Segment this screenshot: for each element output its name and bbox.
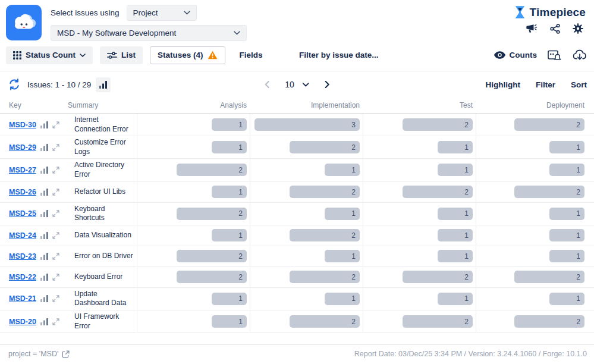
issue-chart-button[interactable] [40, 144, 48, 151]
issue-expand-button[interactable] [52, 144, 59, 151]
status-count-bar: 2 [290, 186, 360, 198]
issues-count-label: Issues: 1 - 10 / 29 [27, 80, 91, 89]
issue-key-link[interactable]: MSD-21 [9, 294, 36, 303]
issue-chart-button[interactable] [40, 189, 48, 196]
table-actions: Highlight Filter Sort [486, 80, 587, 89]
list-button[interactable]: List [100, 46, 143, 64]
status-count-value: 2 [351, 231, 360, 240]
settings-button[interactable] [571, 22, 584, 35]
project-dropdown[interactable]: MSD - My Software Development [51, 25, 247, 41]
issue-expand-button[interactable] [52, 189, 59, 196]
summary-cell: Update Dashboard Data [67, 288, 137, 310]
expand-icon [52, 232, 59, 239]
status-count-cell: 2 [363, 267, 476, 287]
issue-key-link[interactable]: MSD-25 [9, 209, 36, 218]
status-count-bar: 1 [438, 229, 473, 241]
status-count-value: 1 [351, 166, 360, 174]
issue-chart-button[interactable] [40, 167, 48, 174]
issue-key-link[interactable]: MSD-29 [9, 143, 36, 152]
highlight-button[interactable]: Highlight [486, 80, 520, 89]
bar-chart-icon [40, 144, 48, 151]
issue-chart-button[interactable] [40, 274, 48, 281]
issue-key-link[interactable]: MSD-23 [9, 252, 36, 261]
status-count-value: 1 [238, 318, 247, 326]
select-issues-row: Select issues using Project [51, 5, 247, 21]
issue-chart-button[interactable] [40, 210, 48, 217]
bar-chart-icon [40, 274, 48, 281]
status-count-value: 1 [351, 209, 360, 218]
prev-page-button[interactable] [263, 80, 271, 89]
issue-key-link[interactable]: MSD-24 [9, 231, 36, 240]
status-count-value: 1 [238, 188, 247, 196]
next-page-button[interactable] [323, 80, 331, 89]
status-count-bar: 1 [438, 250, 473, 262]
status-count-value: 1 [576, 143, 584, 152]
issue-expand-button[interactable] [52, 232, 59, 239]
issue-key-link[interactable]: MSD-30 [9, 121, 36, 129]
status-count-bar: 1 [212, 118, 247, 131]
status-count-cell: 2 [137, 246, 250, 266]
external-link-icon[interactable] [62, 350, 70, 358]
table-row: MSD-25Keyboard Shortcuts2111 [0, 203, 594, 225]
status-count-bar: 1 [438, 293, 473, 305]
issue-chart-button[interactable] [40, 295, 48, 302]
issue-expand-button[interactable] [52, 253, 59, 260]
fields-label: Fields [240, 51, 263, 59]
view-type-button[interactable]: Status Count [6, 46, 93, 64]
key-cell: MSD-20 [0, 310, 67, 332]
statuses-button[interactable]: Statuses (4) [150, 46, 225, 64]
status-count-cell: 2 [476, 310, 594, 332]
issue-expand-button[interactable] [52, 210, 59, 217]
report-subscription-button[interactable] [546, 48, 562, 62]
pagination: 10 [263, 80, 331, 89]
status-count-value: 1 [464, 209, 473, 218]
status-count-value: 2 [238, 209, 247, 218]
status-count-bar: 2 [403, 118, 473, 131]
issue-expand-button[interactable] [52, 295, 59, 302]
filter-button[interactable]: Filter [536, 80, 555, 89]
chevron-down-icon [303, 83, 309, 87]
refresh-button[interactable] [7, 77, 21, 92]
summary-cell: Internet Connection Error [67, 114, 137, 136]
issue-chart-button[interactable] [40, 318, 48, 325]
expand-icon [52, 121, 59, 128]
status-count-bar: 1 [438, 208, 473, 220]
issue-expand-button[interactable] [52, 318, 59, 325]
issue-key-link[interactable]: MSD-27 [9, 166, 36, 174]
mode-dropdown[interactable]: Project [127, 5, 197, 21]
chart-view-toggle[interactable] [96, 77, 111, 92]
issue-expand-button[interactable] [52, 167, 59, 174]
share-button[interactable] [549, 23, 561, 35]
counts-button[interactable]: Counts [494, 51, 538, 59]
issue-key-link[interactable]: MSD-22 [9, 273, 36, 281]
app-header: Select issues using Project MSD - My Sof… [0, 0, 594, 45]
status-count-value: 1 [576, 231, 584, 240]
fields-button[interactable]: Fields [232, 46, 270, 64]
issue-key-link[interactable]: MSD-20 [9, 318, 36, 326]
issue-chart-button[interactable] [40, 253, 48, 260]
issue-chart-button[interactable] [40, 232, 48, 239]
column-header-implementation: Implementation [250, 99, 363, 113]
status-count-value: 2 [238, 252, 247, 261]
bar-chart-icon [99, 81, 107, 89]
date-filter-button[interactable]: Filter by issue date... [299, 51, 379, 59]
page-size-dropdown[interactable]: 10 [285, 80, 309, 89]
announcements-button[interactable] [525, 23, 539, 35]
select-issues-label: Select issues using [51, 8, 120, 17]
status-count-value: 3 [351, 121, 360, 129]
status-count-cell: 2 [476, 182, 594, 202]
status-count-cell: 2 [476, 267, 594, 287]
issue-expand-button[interactable] [52, 121, 59, 128]
chevron-down-icon [80, 54, 86, 57]
sort-button[interactable]: Sort [571, 80, 587, 89]
issue-chart-button[interactable] [40, 121, 48, 128]
status-count-cell: 1 [476, 288, 594, 310]
table-row: MSD-24Data Visualization1211 [0, 225, 594, 246]
expand-icon [52, 318, 59, 325]
export-button[interactable] [572, 48, 588, 62]
issue-expand-button[interactable] [52, 274, 59, 281]
status-count-bar: 1 [212, 229, 247, 241]
status-count-bar: 2 [514, 315, 584, 328]
issue-key-link[interactable]: MSD-26 [9, 188, 36, 196]
status-count-bar: 2 [403, 315, 473, 328]
